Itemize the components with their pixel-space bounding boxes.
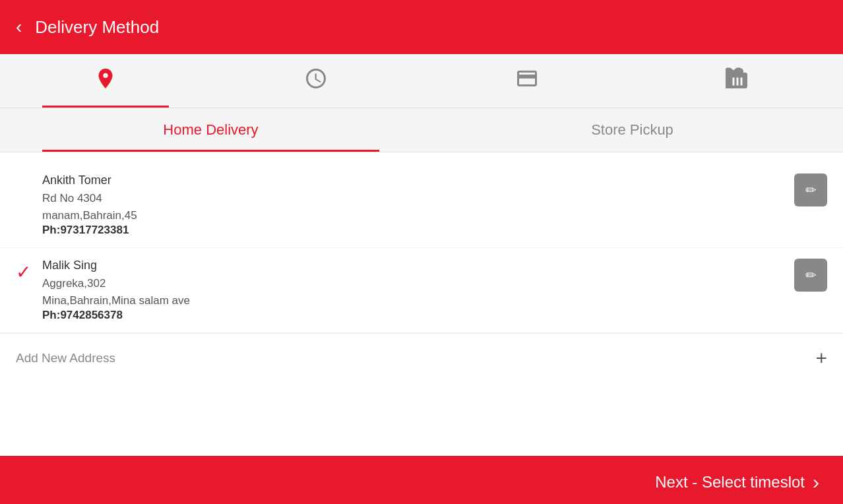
address-line2-2: Mina,Bahrain,Mina salam ave xyxy=(42,292,794,309)
pencil-icon-2: ✏ xyxy=(805,267,817,283)
page-title: Delivery Method xyxy=(35,17,159,38)
addresses-list: ✓ Ankith Tomer Rd No 4304 manam,Bahrain,… xyxy=(0,152,843,393)
location-icon xyxy=(94,67,117,96)
tab-store-pickup[interactable]: Store Pickup xyxy=(422,108,843,152)
address-line1-1: Rd No 4304 xyxy=(42,190,794,207)
add-address-row[interactable]: Add New Address + xyxy=(0,333,843,383)
main-content: ✓ Ankith Tomer Rd No 4304 manam,Bahrain,… xyxy=(0,152,843,456)
clock-icon xyxy=(304,67,328,96)
edit-button-1[interactable]: ✏ xyxy=(794,173,827,206)
address-check-2: ✓ xyxy=(16,259,42,283)
address-line1-2: Aggreka,302 xyxy=(42,275,794,292)
header: ‹ Delivery Method xyxy=(0,0,843,54)
address-name-1: Ankith Tomer xyxy=(42,173,794,187)
address-name-2: Malik Sing xyxy=(42,259,794,272)
address-phone-1: Ph:97317723381 xyxy=(42,224,794,237)
address-card-2[interactable]: ✓ Malik Sing Aggreka,302 Mina,Bahrain,Mi… xyxy=(0,248,843,333)
address-phone-2: Ph:9742856378 xyxy=(42,309,794,322)
add-address-label: Add New Address xyxy=(16,351,115,365)
card-icon xyxy=(515,67,539,96)
step-location[interactable] xyxy=(0,54,211,108)
tabs: Home Delivery Store Pickup xyxy=(0,108,843,152)
address-line2-1: manam,Bahrain,45 xyxy=(42,207,794,224)
next-footer[interactable]: Next - Select timeslot › xyxy=(0,456,843,504)
address-card-1[interactable]: ✓ Ankith Tomer Rd No 4304 manam,Bahrain,… xyxy=(0,163,843,248)
pencil-icon-1: ✏ xyxy=(805,182,817,198)
next-label: Next - Select timeslot xyxy=(655,473,805,491)
step-confirm[interactable] xyxy=(633,54,844,108)
address-info-2: Malik Sing Aggreka,302 Mina,Bahrain,Mina… xyxy=(42,259,794,322)
tab-home-delivery[interactable]: Home Delivery xyxy=(0,108,422,152)
back-icon[interactable]: ‹ xyxy=(16,18,22,36)
step-card[interactable] xyxy=(422,54,633,108)
step-time[interactable] xyxy=(211,54,422,108)
steps-bar xyxy=(0,54,843,108)
add-icon[interactable]: + xyxy=(815,347,827,369)
confirm-icon xyxy=(726,67,749,96)
address-info-1: Ankith Tomer Rd No 4304 manam,Bahrain,45… xyxy=(42,173,794,237)
next-chevron-icon: › xyxy=(813,471,819,493)
edit-button-2[interactable]: ✏ xyxy=(794,259,827,292)
